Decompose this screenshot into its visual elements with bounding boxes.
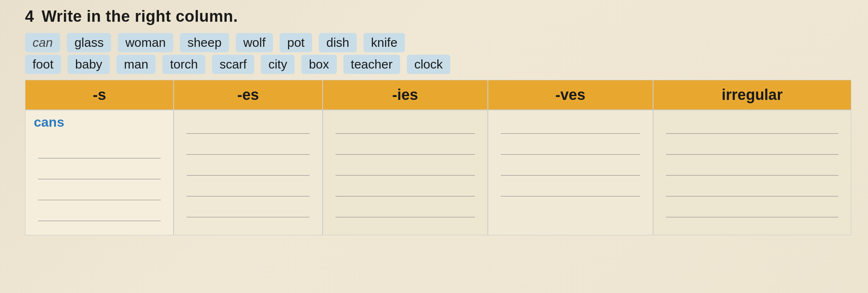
answer-line-irreg-3[interactable] [666, 164, 838, 176]
word-clock: clock [407, 55, 450, 74]
word-box: box [301, 55, 336, 74]
word-scarf: scarf [212, 55, 254, 74]
word-knife: knife [363, 33, 405, 52]
answer-table: -s -es -ies -ves irregular cans [25, 80, 851, 235]
answer-line-ves-4[interactable] [501, 185, 640, 196]
col-header-ves: -ves [488, 80, 653, 110]
col-cell-s: cans [25, 110, 174, 235]
words-area-row2: foot baby man torch scarf city box teach… [25, 55, 851, 74]
col-header-ies: -ies [323, 80, 488, 110]
col-cell-ies [323, 110, 488, 235]
title-row: 4 Write in the right column. [25, 8, 851, 25]
word-teacher: teacher [343, 55, 400, 74]
word-baby: baby [68, 55, 110, 74]
answer-line-es-4[interactable] [187, 185, 309, 196]
answer-line-ves-3[interactable] [501, 164, 640, 176]
answer-line-irreg-4[interactable] [666, 185, 838, 196]
answer-line-s-3[interactable] [38, 189, 161, 200]
answer-line-es-3[interactable] [187, 164, 309, 176]
es-lines [182, 115, 313, 217]
word-can: can [25, 33, 60, 52]
answer-line-ies-3[interactable] [336, 164, 475, 176]
exercise-instruction: Write in the right column. [42, 8, 238, 25]
word-dish: dish [319, 33, 357, 52]
word-woman: woman [118, 33, 173, 52]
answer-line-es-1[interactable] [187, 122, 309, 134]
word-glass: glass [67, 33, 111, 52]
prefilled-cans: cans [34, 115, 165, 130]
col-header-es: -es [174, 80, 322, 110]
irreg-lines [662, 115, 843, 217]
table-header-row: -s -es -ies -ves irregular [25, 80, 851, 110]
answer-line-ies-4[interactable] [336, 185, 475, 196]
s-lines [34, 133, 165, 221]
answer-line-ies-2[interactable] [336, 143, 475, 155]
exercise-title: 4 [25, 8, 34, 25]
answer-line-s-2[interactable] [38, 168, 161, 179]
answer-line-irreg-5[interactable] [666, 206, 838, 217]
word-torch: torch [162, 55, 205, 74]
answer-line-s-1[interactable] [38, 147, 161, 158]
word-foot: foot [25, 55, 61, 74]
word-wolf: wolf [236, 33, 273, 52]
word-city: city [261, 55, 295, 74]
word-sheep: sheep [180, 33, 229, 52]
col-cell-irregular [653, 110, 851, 235]
answer-line-ves-1[interactable] [501, 122, 640, 134]
col-header-irregular: irregular [653, 80, 851, 110]
word-man: man [116, 55, 156, 74]
answer-line-irreg-2[interactable] [666, 143, 838, 155]
word-pot: pot [280, 33, 312, 52]
answer-line-ies-1[interactable] [336, 122, 475, 134]
answer-line-es-2[interactable] [187, 143, 309, 155]
col-header-s: -s [25, 80, 174, 110]
answer-line-s-4[interactable] [38, 209, 161, 221]
answer-line-es-5[interactable] [187, 206, 309, 217]
table-body-row: cans [25, 110, 851, 235]
col-cell-es [174, 110, 322, 235]
answer-line-irreg-1[interactable] [666, 122, 838, 134]
col-cell-ves [488, 110, 653, 235]
answer-line-ies-5[interactable] [336, 206, 475, 217]
main-content: 4 Write in the right column. can glass w… [0, 0, 868, 239]
ies-lines [331, 115, 479, 217]
ves-lines [497, 115, 644, 196]
words-area: can glass woman sheep wolf pot dish knif… [25, 33, 851, 52]
answer-line-ves-2[interactable] [501, 143, 640, 155]
